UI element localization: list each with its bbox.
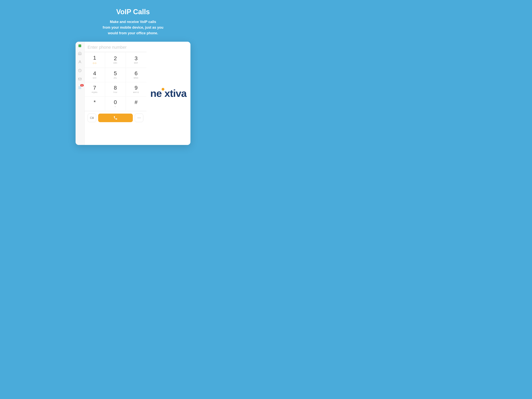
dialpad-key-4[interactable]: 4 GHI bbox=[84, 68, 105, 82]
dialpad-key-1[interactable]: 1 ○○ bbox=[84, 52, 105, 68]
logo-dot bbox=[162, 87, 164, 99]
dialpad-key-5[interactable]: 5 JKL bbox=[105, 68, 126, 82]
sidebar-item-dialpad[interactable]: 21 bbox=[77, 85, 82, 90]
svg-point-8 bbox=[81, 87, 81, 88]
dialpad-grid: 1 ○○ 2 ABC 3 DEF 4 GHI 5 JKL bbox=[84, 52, 146, 111]
svg-point-9 bbox=[79, 89, 79, 89]
dialpad-key-7[interactable]: 7 PQRS bbox=[84, 82, 105, 97]
dialpad-key-9[interactable]: 9 WXYZ bbox=[126, 82, 146, 97]
page-title: VoIP Calls bbox=[103, 8, 163, 16]
svg-point-10 bbox=[80, 89, 80, 89]
more-options-button[interactable] bbox=[135, 114, 143, 122]
svg-point-15 bbox=[140, 117, 140, 118]
svg-point-3 bbox=[79, 86, 79, 87]
dialpad-key-0[interactable]: 0 + bbox=[105, 97, 126, 111]
video-call-button[interactable] bbox=[88, 114, 96, 122]
svg-point-11 bbox=[81, 89, 81, 89]
page-header: VoIP Calls Make and receive VoIP calls f… bbox=[99, 0, 167, 42]
action-bar bbox=[84, 111, 146, 124]
svg-rect-2 bbox=[78, 78, 81, 80]
dialpad-key-8[interactable]: 8 TUV bbox=[105, 82, 126, 97]
dialpad-badge: 21 bbox=[80, 84, 84, 86]
dialpad-key-star[interactable]: * bbox=[84, 97, 105, 111]
logo-text-part1: ne bbox=[150, 87, 162, 99]
svg-point-13 bbox=[138, 117, 138, 118]
phone-input[interactable] bbox=[88, 45, 143, 50]
phone-input-area[interactable] bbox=[84, 42, 146, 52]
dialpad-key-2[interactable]: 2 ABC bbox=[105, 52, 126, 68]
app-window: 21 1 ○○ bbox=[76, 42, 190, 145]
nextiva-logo: ne xtiva bbox=[150, 87, 187, 99]
dialpad-key-3[interactable]: 3 DEF bbox=[126, 52, 146, 68]
sidebar-item-contacts[interactable] bbox=[77, 60, 82, 64]
svg-point-14 bbox=[139, 117, 139, 118]
sidebar-item-home[interactable] bbox=[77, 51, 82, 56]
call-button[interactable] bbox=[98, 114, 133, 122]
right-panel: ne xtiva bbox=[146, 42, 190, 145]
svg-point-0 bbox=[79, 61, 81, 62]
svg-point-4 bbox=[80, 86, 80, 87]
svg-rect-12 bbox=[90, 117, 93, 118]
svg-point-6 bbox=[79, 87, 79, 88]
sidebar-item-messages[interactable] bbox=[77, 77, 82, 81]
dialpad-panel: 1 ○○ 2 ABC 3 DEF 4 GHI 5 JKL bbox=[84, 42, 146, 145]
dialpad-key-hash[interactable]: # bbox=[126, 97, 146, 111]
sidebar-item-history[interactable] bbox=[77, 68, 82, 73]
svg-point-5 bbox=[81, 86, 81, 87]
sidebar: 21 bbox=[76, 42, 84, 145]
dialpad-key-6[interactable]: 6 MNO bbox=[126, 68, 146, 82]
status-indicator bbox=[78, 45, 81, 47]
logo-text-part2: xtiva bbox=[164, 87, 187, 99]
svg-point-7 bbox=[80, 87, 80, 88]
page-subtitle: Make and receive VoIP calls from your mo… bbox=[103, 19, 163, 36]
